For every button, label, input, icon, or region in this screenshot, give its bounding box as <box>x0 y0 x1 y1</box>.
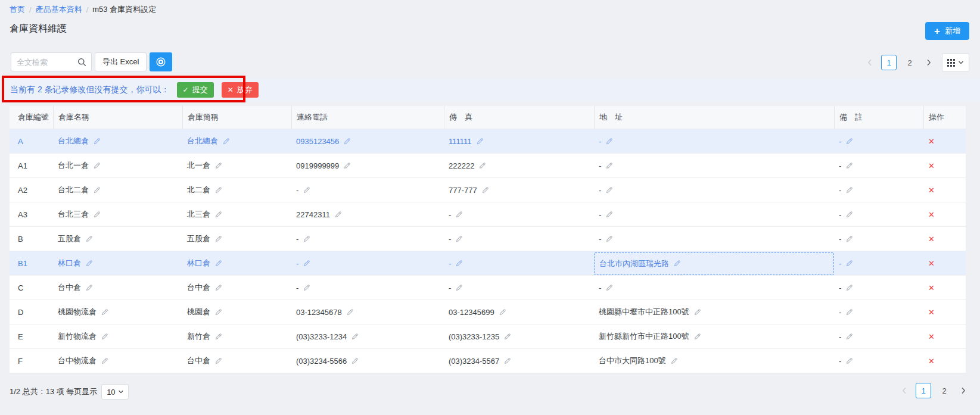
edit-icon[interactable] <box>214 308 222 316</box>
submit-button[interactable]: ✓ 提交 <box>177 82 214 98</box>
cell-address[interactable]: - <box>594 276 834 299</box>
cell-fax[interactable]: - <box>444 251 594 275</box>
cell-short[interactable]: 北三倉 <box>182 202 291 226</box>
edit-icon[interactable] <box>845 308 853 316</box>
edit-icon[interactable] <box>93 211 101 219</box>
search-input[interactable] <box>12 54 82 70</box>
next-page-button[interactable] <box>957 383 969 398</box>
cell-name[interactable]: 台北二倉 <box>53 178 182 202</box>
cell-note[interactable]: - <box>834 324 923 348</box>
cell-address[interactable]: - <box>594 202 834 226</box>
edit-icon[interactable] <box>85 284 93 292</box>
edit-icon[interactable] <box>503 333 511 341</box>
edit-icon[interactable] <box>605 235 613 243</box>
edit-icon[interactable] <box>214 284 222 292</box>
breadcrumb-link[interactable]: 產品基本資料 <box>36 4 82 15</box>
cell-name[interactable]: 桃園物流倉 <box>53 300 182 324</box>
cell-name[interactable]: 林口倉 <box>53 251 182 275</box>
edit-icon[interactable] <box>455 260 463 267</box>
edit-icon[interactable] <box>845 138 853 145</box>
edit-icon[interactable] <box>605 162 613 170</box>
cell-phone[interactable]: 03-12345678 <box>291 300 444 324</box>
export-excel-button[interactable]: 导出 Excel <box>95 52 147 71</box>
edit-icon[interactable] <box>222 138 230 145</box>
cell-short[interactable]: 台中倉 <box>182 349 291 373</box>
cell-fax[interactable]: - <box>444 276 594 299</box>
edit-icon[interactable] <box>499 308 506 316</box>
cell-short[interactable]: 台北總倉 <box>182 129 291 153</box>
page-button-1[interactable]: 1 <box>881 55 897 70</box>
edit-icon[interactable] <box>303 260 310 267</box>
edit-icon[interactable] <box>101 308 108 316</box>
cell-note[interactable]: - <box>834 129 923 153</box>
cell-phone[interactable]: 0935123456 <box>291 129 444 153</box>
edit-icon[interactable] <box>481 186 489 194</box>
delete-icon[interactable]: ✕ <box>928 137 935 146</box>
edit-icon[interactable] <box>214 211 222 219</box>
edit-icon[interactable] <box>605 211 613 219</box>
editing-cell-focus[interactable]: 台北市內湖區瑞光路 <box>594 252 834 275</box>
cell-short[interactable]: 北一倉 <box>182 154 291 177</box>
edit-icon[interactable] <box>845 186 853 194</box>
edit-icon[interactable] <box>845 211 853 219</box>
cell-address[interactable]: 新竹縣新竹市中正路100號 <box>594 324 834 348</box>
page-button-2[interactable]: 2 <box>937 383 952 398</box>
edit-icon[interactable] <box>93 138 101 145</box>
edit-icon[interactable] <box>303 186 310 194</box>
edit-icon[interactable] <box>476 138 484 145</box>
edit-icon[interactable] <box>214 162 222 170</box>
cell-fax[interactable]: (03)3234-5567 <box>444 349 594 373</box>
cell-fax[interactable]: 111111 <box>444 129 594 153</box>
edit-icon[interactable] <box>214 260 222 267</box>
cell-address[interactable]: 台中市大同路100號 <box>594 349 834 373</box>
cell-phone[interactable]: - <box>291 276 444 299</box>
cell-short[interactable]: 新竹倉 <box>182 324 291 348</box>
cell-name[interactable]: 台北三倉 <box>53 202 182 226</box>
cell-note[interactable]: - <box>834 349 923 373</box>
cell-address[interactable]: - <box>594 129 834 153</box>
prev-page-button[interactable] <box>898 383 910 398</box>
cell-phone[interactable]: - <box>291 227 444 251</box>
discard-button[interactable]: ✕ 放弃 <box>222 82 259 98</box>
cell-phone[interactable]: (03)3234-5566 <box>291 349 444 373</box>
cell-name[interactable]: 五股倉 <box>53 227 182 251</box>
edit-icon[interactable] <box>351 357 359 365</box>
edit-icon[interactable] <box>605 138 613 145</box>
edit-icon[interactable] <box>214 186 222 194</box>
edit-icon[interactable] <box>85 235 93 243</box>
cell-fax[interactable]: 777-777 <box>444 178 594 202</box>
edit-icon[interactable] <box>214 235 222 243</box>
edit-icon[interactable] <box>845 235 853 243</box>
edit-icon[interactable] <box>605 284 613 292</box>
edit-icon[interactable] <box>455 211 463 219</box>
delete-icon[interactable]: ✕ <box>928 235 935 244</box>
cell-phone[interactable]: - <box>291 251 444 275</box>
delete-icon[interactable]: ✕ <box>928 357 935 366</box>
cell-phone[interactable]: 22742311 <box>291 202 444 226</box>
delete-icon[interactable]: ✕ <box>928 186 935 195</box>
cell-note[interactable]: - <box>834 300 923 324</box>
edit-icon[interactable] <box>214 357 222 365</box>
edit-icon[interactable] <box>455 284 463 292</box>
edit-icon[interactable] <box>346 308 354 316</box>
page-button-1[interactable]: 1 <box>916 383 931 398</box>
edit-icon[interactable] <box>455 235 463 243</box>
edit-icon[interactable] <box>503 357 511 365</box>
cell-note[interactable]: - <box>834 276 923 299</box>
cell-note[interactable]: - <box>834 178 923 202</box>
cell-name[interactable]: 台北一倉 <box>53 154 182 177</box>
edit-icon[interactable] <box>303 284 310 292</box>
edit-icon[interactable] <box>303 235 310 243</box>
cell-fax[interactable]: 222222 <box>444 154 594 177</box>
breadcrumb-link[interactable]: 首页 <box>10 4 25 15</box>
edit-icon[interactable] <box>85 260 93 267</box>
cell-name[interactable]: 台北總倉 <box>53 129 182 153</box>
cell-phone[interactable]: - <box>291 178 444 202</box>
cell-phone[interactable]: 0919999999 <box>291 154 444 177</box>
cell-note[interactable]: - <box>834 227 923 251</box>
edit-icon[interactable] <box>845 162 853 170</box>
edit-icon[interactable] <box>670 357 678 365</box>
cell-short[interactable]: 北二倉 <box>182 178 291 202</box>
edit-icon[interactable] <box>93 162 101 170</box>
add-button[interactable]: + 新增 <box>925 22 969 40</box>
